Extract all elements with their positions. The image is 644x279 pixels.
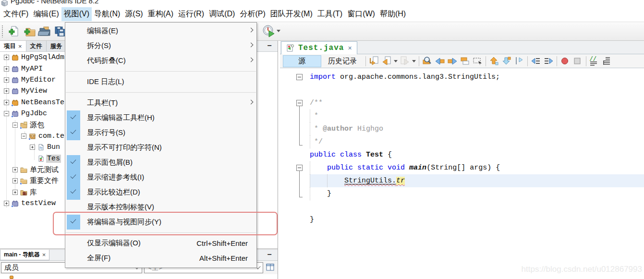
toolbar-grip[interactable] <box>1 25 3 37</box>
panel-tab[interactable]: 文件 <box>26 41 47 51</box>
menubar-item[interactable]: 视图(V) <box>61 7 92 21</box>
close-icon[interactable]: × <box>42 251 46 258</box>
view-menu-item[interactable]: 显示行号(S) <box>65 125 256 140</box>
close-icon[interactable]: × <box>18 43 22 50</box>
expand-icon[interactable] <box>30 145 35 150</box>
collapse-icon[interactable] <box>21 133 26 139</box>
menubar-item[interactable]: 运行(R) <box>176 7 207 21</box>
fold-gutter[interactable] <box>296 187 304 200</box>
uncomment-button[interactable] <box>601 55 613 67</box>
macro-stop-button[interactable] <box>571 55 584 67</box>
gutter <box>296 213 304 226</box>
view-menu-item[interactable]: 拆分(S) <box>65 38 256 53</box>
watermark: https://blog.csdn.net/u012867993 <box>522 265 642 274</box>
expand-icon[interactable] <box>12 178 18 183</box>
rect-select-button[interactable] <box>471 55 484 67</box>
panel-tab[interactable]: 项目× <box>0 41 26 51</box>
module-purple-icon <box>12 76 19 84</box>
shift-left-button[interactable] <box>530 55 542 67</box>
expand-icon[interactable] <box>12 167 18 172</box>
fold-gutter[interactable] <box>296 122 304 135</box>
menubar-item[interactable]: 文件(F) <box>1 7 31 21</box>
expand-icon[interactable] <box>4 66 9 72</box>
fold-gutter[interactable] <box>296 109 304 122</box>
editor-tab-label: Test.java <box>298 44 344 52</box>
new-file-button[interactable] <box>6 24 22 39</box>
view-menu-item[interactable]: IDE 日志(L) <box>65 74 256 89</box>
menubar-item[interactable]: 编辑(E) <box>31 7 61 21</box>
history-view-button[interactable]: 历史记录 <box>321 55 364 67</box>
view-menu-item[interactable]: 显示编辑器工具栏(H) <box>65 110 256 125</box>
macro-record-button[interactable] <box>559 55 571 67</box>
fold-gutter[interactable] <box>296 161 304 174</box>
menubar-item[interactable]: 工具(T) <box>315 7 345 21</box>
view-menu-item[interactable]: 代码折叠(C) <box>65 53 256 68</box>
collapse-icon[interactable] <box>4 111 9 116</box>
caret-button[interactable] <box>393 55 399 67</box>
menu-item-label: 显示行号(S) <box>87 128 125 137</box>
code-editor[interactable]: import org.apache.commons.lang3.StringUt… <box>280 68 644 279</box>
code-line: } <box>280 187 644 200</box>
new-project-button[interactable] <box>22 24 37 39</box>
menubar-item[interactable]: 调试(D) <box>207 7 237 21</box>
open-project-button[interactable] <box>37 24 52 39</box>
tree-item-label: NetBeansTe <box>20 98 65 107</box>
bookmark-next-button[interactable] <box>500 55 513 67</box>
expand-icon[interactable] <box>12 190 18 195</box>
navigator-tab-label: main - 导航器 <box>4 251 40 259</box>
comment-button[interactable]: // <box>588 55 601 67</box>
fold-gutter[interactable] <box>296 135 304 148</box>
view-menu-item[interactable]: 显示不可打印的字符(N) <box>65 140 256 155</box>
minimize-navigator-button[interactable]: − <box>265 251 274 259</box>
expand-icon[interactable] <box>4 77 9 83</box>
menubar-item[interactable]: 导航(N) <box>92 7 122 21</box>
profiler-button[interactable] <box>262 24 280 37</box>
editor-tab-test-java[interactable]: Test.java × <box>281 41 357 54</box>
menu-separator <box>66 92 256 93</box>
view-menu-item[interactable]: 全屏(F)Alt+Shift+Enter <box>65 251 256 266</box>
view-menu-item[interactable]: 仅显示编辑器(O)Ctrl+Shift+Enter <box>65 236 256 251</box>
find-prev-button[interactable] <box>434 55 446 67</box>
bookmark-prev-button[interactable] <box>488 55 500 67</box>
back-button[interactable] <box>380 55 393 67</box>
gutter <box>296 200 304 213</box>
menubar-item[interactable]: 源(S) <box>122 7 145 21</box>
fold-gutter[interactable] <box>296 174 304 187</box>
view-menu-item[interactable]: 编辑器(E) <box>65 24 256 38</box>
expand-icon[interactable] <box>4 201 9 206</box>
view-menu-item[interactable]: 显示面包屑(B) <box>65 155 256 170</box>
module-purple-icon <box>12 200 19 207</box>
view-menu-item[interactable]: 显示缩进参考线(I) <box>65 170 256 185</box>
view-menu-item[interactable]: 工具栏(T) <box>65 96 256 110</box>
panel-tab[interactable]: 服务 <box>47 41 67 51</box>
view-menu-item[interactable]: 显示比较边栏(D) <box>65 185 256 200</box>
folder-icon <box>20 177 27 184</box>
navigator-columns-button[interactable] <box>265 262 276 273</box>
toggle-highlight-button[interactable] <box>459 55 471 67</box>
goto-last-edit-button[interactable] <box>368 55 380 67</box>
expand-icon[interactable] <box>4 88 9 94</box>
check-placeholder <box>67 74 80 89</box>
menubar-item[interactable]: 分析(P) <box>237 7 267 21</box>
navigator-tab[interactable]: main - 导航器× <box>0 250 49 260</box>
minimize-projects-button[interactable]: − <box>265 42 274 50</box>
expand-icon[interactable] <box>4 55 9 60</box>
bookmark-toggle-button[interactable] <box>513 55 525 67</box>
menubar-item[interactable]: 重构(A) <box>146 7 176 21</box>
menubar-item[interactable]: 帮助(H) <box>377 7 408 21</box>
forward-button[interactable] <box>399 55 411 67</box>
menubar-item[interactable]: 团队开发(M) <box>268 7 315 21</box>
collapse-icon[interactable] <box>12 122 18 128</box>
caret-button[interactable] <box>411 55 417 67</box>
source-view-button[interactable]: 源 <box>283 55 321 67</box>
fold-gutter[interactable] <box>296 71 304 84</box>
lib-folder-icon <box>20 189 27 196</box>
find-button[interactable] <box>421 55 434 67</box>
menubar-item[interactable]: 窗口(W) <box>345 7 377 21</box>
fold-gutter[interactable] <box>296 97 304 109</box>
tree-item-label: 重要文件 <box>29 176 60 185</box>
expand-icon[interactable] <box>4 100 9 105</box>
close-icon[interactable]: × <box>348 44 352 52</box>
shift-right-button[interactable] <box>542 55 555 67</box>
find-next-button[interactable] <box>446 55 459 67</box>
